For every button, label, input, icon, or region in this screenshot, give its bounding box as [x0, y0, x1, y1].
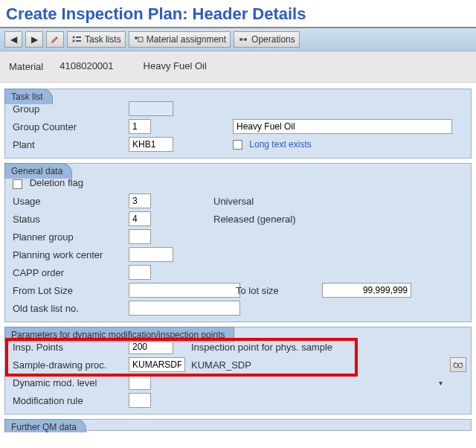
- group-counter-label: Group Counter: [10, 121, 129, 133]
- usage-input[interactable]: [129, 193, 151, 208]
- planning-wc-input[interactable]: [129, 247, 173, 262]
- svg-point-0: [73, 36, 75, 39]
- status-desc: Released (general): [210, 213, 466, 225]
- to-lot-input[interactable]: [322, 283, 411, 298]
- material-assignment-label: Material assignment: [147, 34, 226, 45]
- group-input[interactable]: [129, 101, 173, 116]
- plant-label: Plant: [10, 138, 129, 151]
- deletion-flag-label: Deletion flag: [30, 177, 83, 188]
- material-code: 4108020001: [60, 60, 113, 73]
- capp-input[interactable]: [129, 265, 151, 280]
- long-text-checkbox[interactable]: [233, 140, 242, 150]
- panel-tab-task-list: Task list: [4, 89, 53, 104]
- usage-label: Usage: [10, 195, 129, 208]
- svg-rect-5: [138, 37, 143, 42]
- operations-button[interactable]: Operations: [234, 31, 300, 48]
- sample-proc-label: Sample-drawing proc.: [10, 359, 129, 371]
- group-counter-desc-input[interactable]: [233, 119, 452, 134]
- panel-tab-params: Parameters for dynamic modification/insp…: [4, 327, 234, 342]
- svg-point-4: [135, 36, 138, 39]
- mod-rule-label: Modification rule: [10, 394, 129, 407]
- svg-point-1: [73, 40, 75, 42]
- triangle-left-icon: ◀: [10, 34, 17, 45]
- panel-tab-further: Further QM data: [4, 419, 86, 432]
- pencil-icon: [51, 34, 60, 45]
- planner-group-input[interactable]: [129, 229, 151, 244]
- display-details-button[interactable]: [450, 357, 466, 372]
- usage-desc: Universal: [210, 195, 466, 208]
- panel-further: Further QM data: [4, 419, 472, 431]
- insp-points-label: Insp. Points: [10, 341, 129, 353]
- triangle-right-icon: ▶: [31, 34, 38, 45]
- dropdown-icon[interactable]: ▾: [439, 379, 443, 387]
- material-assignment-button[interactable]: Material assignment: [129, 31, 231, 48]
- nav-back-button[interactable]: ◀: [4, 31, 22, 48]
- operations-label: Operations: [251, 34, 295, 45]
- material-row: Material 4108020001 Heavy Fuel Oil: [0, 51, 476, 83]
- toolbar: ◀ ▶ Task lists Material assignment Opera…: [0, 28, 476, 51]
- insp-points-desc: Inspection point for phys. sample: [188, 341, 444, 353]
- sample-proc-desc: KUMAR_SDP: [188, 359, 444, 371]
- page-title: Create Inspection Plan: Header Details: [0, 0, 476, 28]
- material-label: Material: [6, 60, 46, 73]
- from-lot-label: From Lot Size: [10, 284, 129, 297]
- list-icon: [71, 35, 82, 44]
- old-tl-label: Old task list no.: [10, 302, 129, 315]
- task-lists-label: Task lists: [85, 34, 121, 45]
- material-desc: Heavy Fuel Oil: [144, 60, 207, 73]
- panel-tab-general: General data: [4, 163, 72, 179]
- status-input[interactable]: [129, 211, 151, 226]
- to-lot-label: To lot size: [233, 284, 322, 297]
- operations-icon: [238, 35, 248, 44]
- group-counter-input[interactable]: [129, 119, 151, 134]
- task-lists-button[interactable]: Task lists: [67, 31, 126, 48]
- sample-proc-input[interactable]: [129, 357, 185, 372]
- nav-forward-button[interactable]: ▶: [25, 31, 43, 48]
- dyn-mod-label: Dynamic mod. level: [10, 377, 129, 389]
- old-tl-input[interactable]: [129, 301, 240, 316]
- deletion-flag-field: Deletion flag: [10, 176, 129, 189]
- planning-wc-label: Planning work center: [10, 249, 129, 261]
- status-label: Status: [10, 213, 129, 225]
- edit-button[interactable]: [46, 31, 64, 48]
- plant-input[interactable]: [129, 137, 173, 152]
- svg-point-8: [454, 363, 458, 368]
- svg-point-9: [458, 363, 463, 368]
- from-lot-input[interactable]: [129, 283, 240, 298]
- svg-rect-2: [76, 36, 81, 38]
- capp-label: CAPP order: [10, 266, 129, 279]
- svg-point-6: [239, 38, 242, 41]
- glasses-icon: [453, 361, 463, 368]
- panel-general: General data Deletion flag Usage Univers…: [4, 163, 472, 322]
- group-label: Group: [10, 103, 129, 115]
- deletion-flag-checkbox[interactable]: [13, 179, 22, 189]
- assignment-icon: [133, 35, 144, 44]
- panel-task-list: Task list Group Group Counter Plant Long…: [4, 89, 472, 159]
- long-text-label: Long text exists: [249, 139, 311, 150]
- mod-rule-input[interactable]: [129, 393, 151, 408]
- svg-rect-3: [76, 40, 81, 42]
- panel-params: Parameters for dynamic modification/insp…: [4, 327, 472, 415]
- dyn-mod-input[interactable]: [129, 375, 151, 390]
- svg-point-7: [244, 38, 247, 41]
- planner-group-label: Planner group: [10, 231, 129, 243]
